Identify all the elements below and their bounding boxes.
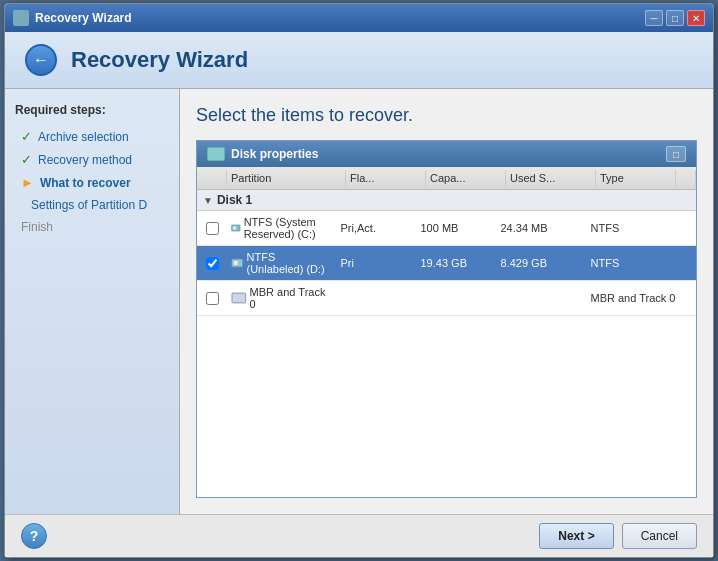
disk-icon — [207, 147, 225, 161]
checkbox-d[interactable] — [206, 257, 219, 270]
checkbox-mbr[interactable] — [206, 292, 219, 305]
sidebar: Required steps: ✓ Archive selection ✓ Re… — [5, 89, 180, 514]
disk-panel: Disk properties □ Partition Fla... Capa.… — [196, 140, 697, 498]
partition-svg-d — [231, 256, 244, 270]
row-d-flags: Pri — [337, 254, 417, 272]
col-header-scroll — [676, 170, 696, 186]
sidebar-label-recovery: Recovery method — [38, 153, 132, 167]
table-row: NTFS (System Reserved) (C:) Pri,Act. 100… — [197, 211, 696, 246]
cancel-button[interactable]: Cancel — [622, 523, 697, 549]
svg-rect-4 — [232, 293, 246, 303]
col-header-flags: Fla... — [346, 170, 426, 186]
row-mbr-capacity — [417, 295, 497, 301]
header-title: Recovery Wizard — [71, 47, 248, 73]
row-d-type: NTFS — [587, 254, 697, 272]
row-d-capacity: 19.43 GB — [417, 254, 497, 272]
window-icon — [13, 10, 29, 26]
next-button[interactable]: Next > — [539, 523, 613, 549]
checkmark-icon: ✓ — [21, 129, 32, 144]
sidebar-item-recovery-method[interactable]: ✓ Recovery method — [5, 148, 179, 171]
disk-group-label: Disk 1 — [217, 193, 252, 207]
title-bar: Recovery Wizard ─ □ ✕ — [5, 4, 713, 32]
footer-right: Next > Cancel — [539, 523, 697, 549]
disk-panel-header: Disk properties □ — [197, 141, 696, 167]
col-header-capacity: Capa... — [426, 170, 506, 186]
sidebar-label-archive: Archive selection — [38, 130, 129, 144]
help-button[interactable]: ? — [21, 523, 47, 549]
table-row: MBR and Track 0 MBR and Track 0 — [197, 281, 696, 316]
col-header-partition: Partition — [227, 170, 346, 186]
row-d-check[interactable] — [197, 254, 227, 273]
maximize-button[interactable]: □ — [666, 10, 684, 26]
row-d-used: 8.429 GB — [497, 254, 587, 272]
main-window: Recovery Wizard ─ □ ✕ ← Recovery Wizard … — [4, 3, 714, 558]
sidebar-label-what: What to recover — [40, 176, 131, 190]
row-c-capacity: 100 MB — [417, 219, 497, 237]
footer: ? Next > Cancel — [5, 514, 713, 557]
title-bar-left: Recovery Wizard — [13, 10, 132, 26]
footer-left: ? — [21, 523, 47, 549]
disk-panel-expand-icon[interactable]: □ — [666, 146, 686, 162]
partition-icon-d: NTFS (Unlabeled) (D:) — [231, 251, 333, 275]
sidebar-item-finish: Finish — [5, 216, 179, 238]
sidebar-item-settings-partition[interactable]: Settings of Partition D — [5, 194, 179, 216]
row-mbr-used — [497, 295, 587, 301]
table-body: ▼ Disk 1 — [197, 190, 696, 497]
svg-rect-1 — [233, 226, 237, 230]
row-mbr-flags — [337, 295, 417, 301]
row-mbr-type: MBR and Track 0 — [587, 289, 697, 307]
row-c-check[interactable] — [197, 219, 227, 238]
sidebar-title: Required steps: — [5, 99, 179, 125]
expand-icon: ▼ — [203, 195, 213, 206]
row-c-type: NTFS — [587, 219, 697, 237]
partition-svg-c — [231, 221, 241, 235]
table-row[interactable]: NTFS (Unlabeled) (D:) Pri 19.43 GB 8.429… — [197, 246, 696, 281]
title-controls: ─ □ ✕ — [645, 10, 705, 26]
row-d-partition: NTFS (Unlabeled) (D:) — [227, 248, 337, 278]
window-title: Recovery Wizard — [35, 11, 132, 25]
main-title: Select the items to recover. — [196, 105, 697, 126]
partition-svg-mbr — [231, 291, 247, 305]
arrow-icon: ► — [21, 175, 34, 190]
svg-rect-3 — [233, 261, 238, 266]
row-c-used: 24.34 MB — [497, 219, 587, 237]
col-header-check — [197, 170, 227, 186]
checkmark-icon-2: ✓ — [21, 152, 32, 167]
col-header-type: Type — [596, 170, 676, 186]
content-area: Required steps: ✓ Archive selection ✓ Re… — [5, 89, 713, 514]
disk-panel-title-left: Disk properties — [207, 147, 318, 161]
row-mbr-check[interactable] — [197, 289, 227, 308]
disk-group-header: ▼ Disk 1 — [197, 190, 696, 211]
close-button[interactable]: ✕ — [687, 10, 705, 26]
partition-icon-mbr: MBR and Track 0 — [231, 286, 333, 310]
row-c-flags: Pri,Act. — [337, 219, 417, 237]
sidebar-item-archive-selection[interactable]: ✓ Archive selection — [5, 125, 179, 148]
header: ← Recovery Wizard — [5, 32, 713, 89]
sidebar-item-what-to-recover[interactable]: ► What to recover — [5, 171, 179, 194]
sidebar-label-settings: Settings of Partition D — [31, 198, 147, 212]
minimize-button[interactable]: ─ — [645, 10, 663, 26]
sidebar-label-finish: Finish — [21, 220, 53, 234]
checkbox-c[interactable] — [206, 222, 219, 235]
partition-icon-c: NTFS (System Reserved) (C:) — [231, 216, 333, 240]
col-header-used: Used S... — [506, 170, 596, 186]
back-button[interactable]: ← — [25, 44, 57, 76]
main-panel: Select the items to recover. Disk proper… — [180, 89, 713, 514]
disk-panel-title: Disk properties — [231, 147, 318, 161]
row-c-partition: NTFS (System Reserved) (C:) — [227, 213, 337, 243]
table-header: Partition Fla... Capa... Used S... Type — [197, 167, 696, 190]
row-mbr-partition: MBR and Track 0 — [227, 283, 337, 313]
